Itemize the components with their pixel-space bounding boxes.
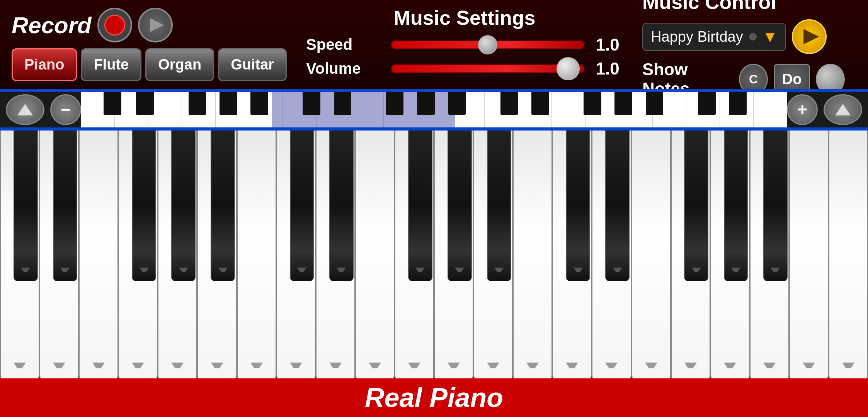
black-key[interactable]: [408, 131, 432, 281]
mini-black-key[interactable]: [220, 92, 237, 115]
mini-black-key[interactable]: [417, 92, 435, 115]
instrument-buttons: Piano Flute Organ Guitar: [12, 48, 287, 81]
up-arrow-icon: [17, 104, 33, 115]
plus-icon: +: [797, 100, 807, 119]
white-key-21[interactable]: [829, 131, 868, 381]
volume-thumb[interactable]: [557, 57, 580, 80]
black-key[interactable]: [171, 131, 196, 281]
flute-button[interactable]: Flute: [81, 48, 141, 81]
note-do-label: Do: [782, 71, 802, 88]
black-key[interactable]: [487, 131, 511, 281]
right-arrow-icon: [835, 104, 851, 115]
zoom-out-button[interactable]: −: [50, 94, 81, 125]
play-song-button[interactable]: [792, 19, 827, 54]
mini-black-key[interactable]: [136, 92, 154, 115]
mini-black-key[interactable]: [614, 92, 632, 115]
mini-white-key[interactable]: [754, 92, 787, 127]
record-label: Record: [12, 12, 92, 39]
mini-white-key[interactable]: [552, 92, 585, 127]
record-row: Record: [12, 8, 173, 42]
speed-slider[interactable]: [391, 41, 584, 49]
black-key[interactable]: [763, 131, 788, 281]
white-key-16[interactable]: [631, 131, 671, 381]
white-key-20[interactable]: [789, 131, 829, 381]
play-record-button[interactable]: [138, 8, 173, 42]
mini-keyboard-area: −: [0, 92, 868, 127]
mini-black-key[interactable]: [584, 92, 601, 115]
black-key[interactable]: [211, 131, 235, 281]
minus-icon: −: [61, 100, 71, 119]
black-key[interactable]: [132, 131, 156, 281]
volume-label: Volume: [306, 60, 383, 77]
scroll-up-button[interactable]: [6, 94, 44, 125]
mini-black-key[interactable]: [250, 92, 268, 115]
song-dot-icon: [749, 33, 757, 41]
mini-black-key[interactable]: [698, 92, 716, 115]
black-key[interactable]: [290, 131, 314, 281]
piano-area: [0, 131, 868, 381]
mini-black-key[interactable]: [189, 92, 206, 115]
record-button[interactable]: [97, 8, 132, 42]
mini-black-key[interactable]: [334, 92, 352, 115]
piano-keys-wrapper: [0, 131, 868, 381]
black-key[interactable]: [605, 131, 630, 281]
mini-black-key[interactable]: [448, 92, 466, 115]
mini-black-key[interactable]: [386, 92, 404, 115]
black-key[interactable]: [14, 131, 38, 281]
mini-black-key[interactable]: [646, 92, 664, 115]
black-key[interactable]: [724, 131, 748, 281]
song-name: Happy Birtday: [651, 29, 743, 45]
mini-black-key[interactable]: [531, 92, 549, 115]
blue-line-bottom: [0, 127, 868, 131]
white-key-9[interactable]: [355, 131, 395, 381]
volume-slider[interactable]: [391, 64, 584, 73]
control-title: Music Control: [642, 0, 776, 14]
play-icon: [150, 18, 164, 32]
play-song-icon: [803, 29, 819, 44]
mini-keyboard: [81, 92, 787, 127]
organ-button[interactable]: Organ: [145, 48, 214, 81]
mini-black-key[interactable]: [303, 92, 320, 115]
song-selector: Happy Birtday ▼: [642, 19, 827, 54]
speed-value: 1.0: [592, 35, 623, 54]
music-control: Music Control Happy Birtday ▼ Show Notes…: [631, 0, 856, 102]
record-icon: [104, 15, 125, 36]
blue-line-top: [0, 89, 868, 92]
black-key[interactable]: [448, 131, 472, 281]
song-dropdown[interactable]: Happy Birtday ▼: [642, 23, 786, 51]
record-section: Record Piano Flute Organ Guitar: [12, 8, 287, 81]
settings-title: Music Settings: [394, 6, 536, 29]
black-key[interactable]: [684, 131, 708, 281]
guitar-button[interactable]: Guitar: [218, 48, 287, 81]
speed-row: Speed 1.0: [306, 35, 623, 54]
speed-label: Speed: [306, 36, 383, 53]
mini-keys-wrapper: [81, 92, 787, 127]
piano-button[interactable]: Piano: [12, 48, 77, 81]
music-settings: Music Settings Speed 1.0 Volume 1.0: [298, 2, 631, 87]
mini-black-key[interactable]: [729, 92, 747, 115]
white-key-6[interactable]: [237, 131, 276, 381]
zoom-in-button[interactable]: +: [787, 94, 818, 125]
volume-value: 1.0: [592, 59, 623, 78]
black-key[interactable]: [53, 131, 77, 281]
scroll-right-button[interactable]: [824, 94, 862, 125]
header: Record Piano Flute Organ Guitar Music Se…: [0, 0, 868, 89]
speed-thumb[interactable]: [478, 35, 497, 54]
app-title: Real Piano: [365, 382, 503, 413]
note-c-label: C: [749, 72, 758, 86]
volume-row: Volume 1.0: [306, 59, 623, 78]
white-key-13[interactable]: [513, 131, 552, 381]
bottom-bar: Real Piano: [0, 378, 868, 417]
black-key[interactable]: [329, 131, 354, 281]
black-key[interactable]: [566, 131, 590, 281]
mini-black-key[interactable]: [500, 92, 518, 115]
chevron-down-icon: ▼: [762, 28, 778, 46]
mini-black-key[interactable]: [104, 92, 121, 115]
white-key-2[interactable]: [79, 131, 118, 381]
